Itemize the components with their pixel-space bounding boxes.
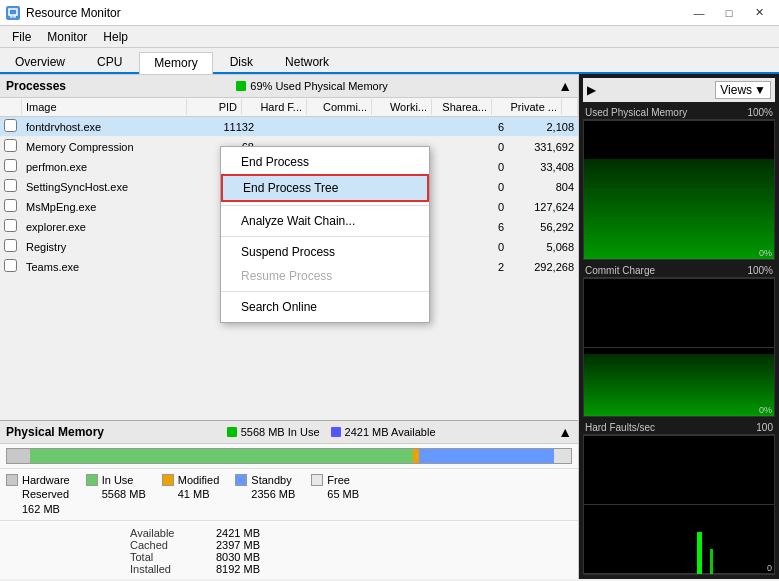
memory-bar-container (0, 444, 578, 469)
inuse-segment (30, 449, 414, 463)
col-scroll-space (562, 99, 578, 115)
chart-hard-faults: Hard Faults/sec 100 0 (583, 421, 775, 575)
physical-memory-title: Physical Memory (6, 425, 104, 439)
stat-label-cached: Cached (130, 539, 200, 551)
left-panel: Processes 69% Used Physical Memory ▲ Ima… (0, 74, 579, 579)
modified-color-icon (162, 474, 174, 486)
menu-bar: File Monitor Help (0, 26, 779, 48)
free-color-icon (311, 474, 323, 486)
col-hardfaults[interactable]: Hard F... (242, 99, 307, 115)
chart-area-hardfaults: 0 (583, 434, 775, 575)
standby-color-icon (235, 474, 247, 486)
ctx-search-online[interactable]: Search Online (221, 295, 429, 319)
ctx-resume-process: Resume Process (221, 264, 429, 288)
ctx-analyze-wait-chain[interactable]: Analyze Wait Chain... (221, 209, 429, 233)
views-dropdown[interactable]: Views ▼ (715, 81, 771, 99)
menu-file[interactable]: File (4, 28, 39, 46)
context-menu: End Process End Process Tree Analyze Wai… (220, 146, 430, 323)
tab-memory[interactable]: Memory (139, 52, 212, 74)
stat-val-total: 8030 MB (216, 551, 260, 563)
legend-modified: Modified41 MB (162, 473, 220, 516)
row-checkbox[interactable] (4, 199, 17, 212)
chart-top-pct-used-physical: 100% (747, 107, 773, 118)
ctx-separator-3 (221, 291, 429, 292)
chart-top-pct-commit: 100% (747, 265, 773, 276)
stat-label-total: Total (130, 551, 200, 563)
views-dropdown-arrow-icon: ▼ (754, 83, 766, 97)
chart-used-physical-memory: Used Physical Memory 100% 0% (583, 106, 775, 260)
physical-memory-collapse-button[interactable]: ▲ (558, 424, 572, 440)
ctx-suspend-process[interactable]: Suspend Process (221, 240, 429, 264)
inuse-badge: 5568 MB In Use (241, 426, 320, 438)
tab-overview[interactable]: Overview (0, 50, 80, 72)
standby-segment (419, 449, 554, 463)
right-panel-arrow[interactable]: ▶ (587, 83, 596, 97)
inuse-dot-icon (227, 427, 237, 437)
memory-bar (6, 448, 572, 464)
tab-cpu[interactable]: CPU (82, 50, 137, 72)
ctx-end-process-tree[interactable]: End Process Tree (221, 174, 429, 202)
green-dot-icon (236, 81, 246, 91)
row-checkbox[interactable] (4, 239, 17, 252)
stat-val-available: 2421 MB (216, 527, 260, 539)
menu-help[interactable]: Help (95, 28, 136, 46)
tab-disk[interactable]: Disk (215, 50, 268, 72)
inuse-color-icon (86, 474, 98, 486)
row-checkbox[interactable] (4, 179, 17, 192)
stat-val-installed: 8192 MB (216, 563, 260, 575)
processes-collapse-button[interactable]: ▲ (558, 78, 572, 94)
chart-title-commit: Commit Charge (585, 265, 655, 276)
right-panel: ▶ Views ▼ Used Physical Memory 100% 0% (579, 74, 779, 579)
title-bar: Resource Monitor — □ ✕ (0, 0, 779, 26)
main-layout: Processes 69% Used Physical Memory ▲ Ima… (0, 74, 779, 579)
processes-badge: 69% Used Physical Memory (250, 80, 388, 92)
row-checkbox[interactable] (4, 139, 17, 152)
chart-label-hardfaults: Hard Faults/sec 100 (583, 421, 775, 434)
col-commit[interactable]: Commi... (307, 99, 372, 115)
ctx-end-process[interactable]: End Process (221, 150, 429, 174)
chart-commit-charge: Commit Charge 100% 0% (583, 264, 775, 418)
ctx-separator-2 (221, 236, 429, 237)
row-checkbox[interactable] (4, 259, 17, 272)
col-shareable[interactable]: Sharea... (432, 99, 492, 115)
memory-legend: HardwareReserved162 MB In Use5568 MB Mod… (0, 469, 578, 521)
processes-section: Image PID Hard F... Commi... Worki... Sh… (0, 98, 578, 420)
reserved-segment (7, 449, 30, 463)
right-panel-header: ▶ Views ▼ (583, 78, 775, 102)
row-checkbox[interactable] (4, 219, 17, 232)
col-pid[interactable]: PID (187, 99, 242, 115)
table-header: Image PID Hard F... Commi... Worki... Sh… (0, 98, 578, 117)
chart-zero-used-physical: 0% (759, 248, 772, 258)
stat-row-installed: Installed 8192 MB (130, 563, 572, 575)
chart-top-pct-hardfaults: 100 (756, 422, 773, 433)
free-segment (554, 449, 571, 463)
chart-zero-commit: 0% (759, 405, 772, 415)
ctx-separator-1 (221, 205, 429, 206)
legend-inuse: In Use5568 MB (86, 473, 146, 516)
stat-val-cached: 2397 MB (216, 539, 260, 551)
processes-title: Processes (6, 79, 66, 93)
col-image[interactable]: Image (22, 99, 187, 115)
tab-network[interactable]: Network (270, 50, 344, 72)
col-private[interactable]: Private ... (492, 99, 562, 115)
chart-title-used-physical: Used Physical Memory (585, 107, 687, 118)
app-title: Resource Monitor (26, 6, 121, 20)
stat-row-cached: Cached 2397 MB (130, 539, 572, 551)
chart-area-used-physical: 0% (583, 119, 775, 260)
table-row[interactable]: fontdrvhost.exe 11132 6 2,108 (0, 117, 578, 137)
row-checkbox[interactable] (4, 159, 17, 172)
minimize-button[interactable]: — (685, 4, 713, 22)
stat-label-available: Available (130, 527, 200, 539)
maximize-button[interactable]: □ (715, 4, 743, 22)
chart-label-used-physical: Used Physical Memory 100% (583, 106, 775, 119)
chart-title-hardfaults: Hard Faults/sec (585, 422, 655, 433)
tab-bar: Overview CPU Memory Disk Network (0, 48, 779, 74)
views-label: Views (720, 83, 752, 97)
row-checkbox[interactable] (4, 119, 17, 132)
stat-row-available: Available 2421 MB (130, 527, 572, 539)
close-button[interactable]: ✕ (745, 4, 773, 22)
physical-memory-header: Physical Memory 5568 MB In Use 2421 MB A… (0, 420, 578, 444)
stat-row-total: Total 8030 MB (130, 551, 572, 563)
menu-monitor[interactable]: Monitor (39, 28, 95, 46)
col-working[interactable]: Worki... (372, 99, 432, 115)
